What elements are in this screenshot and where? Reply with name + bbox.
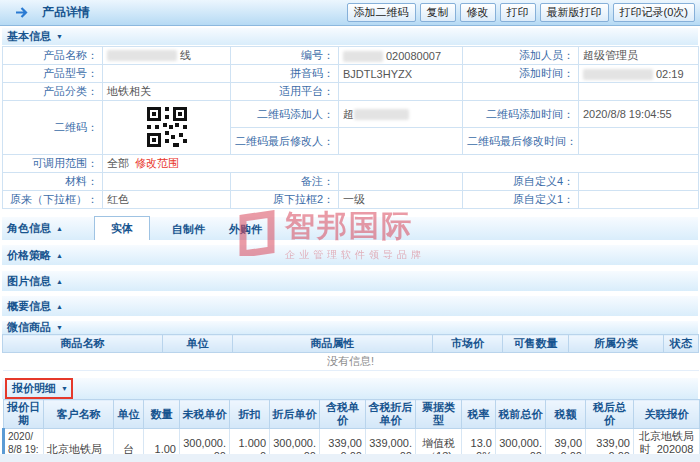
caret-up-icon: ▲ bbox=[56, 278, 63, 285]
caret-down-icon: ▼ bbox=[61, 385, 68, 392]
qrcode-cell bbox=[103, 101, 231, 155]
latest-print-button[interactable]: 最新版打印 bbox=[540, 3, 609, 22]
qr-adder-value: 超 bbox=[339, 101, 463, 128]
qr-mod-time-label: 二维码最后修改时间： bbox=[463, 128, 579, 155]
qr-adder-label: 二维码添加人： bbox=[231, 101, 339, 128]
empty-value bbox=[579, 83, 699, 101]
section-image-info[interactable]: 图片信息▲ bbox=[2, 271, 698, 291]
quote-col-tax-rate: 税率 bbox=[462, 400, 496, 429]
quote-col-qty: 数量 bbox=[144, 400, 180, 429]
section-quote-detail[interactable]: 报价明细▼ bbox=[2, 378, 698, 399]
tab-self-made[interactable]: 自制件 bbox=[160, 219, 217, 240]
tab-purchased[interactable]: 外购件 bbox=[217, 219, 274, 240]
quote-col-discounted-price: 折后单价 bbox=[270, 400, 320, 429]
forward-arrow-icon bbox=[15, 7, 30, 18]
code-label: 编号： bbox=[231, 47, 339, 65]
remark-label: 备注： bbox=[231, 173, 339, 191]
qr-modifier-value bbox=[339, 128, 463, 155]
quote-col-aftertax-total: 税后总价 bbox=[586, 400, 634, 429]
goods-col-name: 商品名称 bbox=[3, 335, 163, 353]
product-name-value: 线 bbox=[103, 47, 231, 65]
pinyin-label: 拼音码： bbox=[231, 65, 339, 83]
goods-col-category: 所属分类 bbox=[569, 335, 664, 353]
quote-col-discount: 折扣 bbox=[230, 400, 270, 429]
copy-button[interactable]: 复制 bbox=[420, 3, 456, 22]
caret-down-icon: ▼ bbox=[56, 324, 63, 331]
goods-col-attr: 商品属性 bbox=[233, 335, 433, 353]
quote-col-pretax-total: 税前总价 bbox=[496, 400, 546, 429]
code-value: 020080007 bbox=[339, 47, 463, 65]
dropdown2-value: 一级 bbox=[339, 191, 463, 209]
quote-table-header-row: 报价日期 客户名称 单位 数量 未税单价 折扣 折后单价 含税单价 含税折后单价… bbox=[4, 400, 700, 429]
custom4-label: 原自定义4： bbox=[463, 173, 579, 191]
qr-modifier-label: 二维码最后修改人： bbox=[231, 128, 339, 155]
section-quote-detail-label: 报价明细 bbox=[12, 382, 56, 394]
quote-col-pretax-price: 未税单价 bbox=[180, 400, 230, 429]
adder-value: 超级管理员 bbox=[579, 47, 699, 65]
goods-col-sellable-qty: 可售数量 bbox=[503, 335, 569, 353]
dropdown1-label: 原来（下拉框）： bbox=[3, 191, 103, 209]
dropdown1-value: 红色 bbox=[103, 191, 231, 209]
caret-down-icon: ▼ bbox=[56, 33, 63, 40]
qr-add-time-value: 2020/8/8 19:04:55 bbox=[579, 101, 699, 128]
page-title: 产品详情 bbox=[42, 4, 90, 21]
custom1-label: 原自定义1： bbox=[463, 191, 579, 209]
section-wechat-goods[interactable]: 微信商品▼ bbox=[2, 321, 698, 334]
basic-info-form: 产品名称： 线 编号： 020080007 添加人员： 超级管理员 产品型号： … bbox=[2, 46, 699, 209]
caret-up-icon: ▲ bbox=[56, 225, 63, 232]
quote-col-customer: 客户名称 bbox=[44, 400, 114, 429]
goods-empty-row: 没有信息! bbox=[3, 353, 699, 371]
qr-add-time-label: 二维码添加时间： bbox=[463, 101, 579, 128]
custom4-value bbox=[579, 173, 699, 191]
section-basic-info-label: 基本信息 bbox=[7, 30, 51, 42]
goods-col-status: 状态 bbox=[664, 335, 699, 353]
quote-col-date: 报价日期 bbox=[4, 400, 44, 429]
platform-label: 适用平台： bbox=[231, 83, 339, 101]
modify-scope-link[interactable]: 修改范围 bbox=[135, 157, 179, 169]
empty-label bbox=[463, 83, 579, 101]
section-summary-info[interactable]: 概要信息▲ bbox=[2, 296, 698, 316]
custom1-value bbox=[579, 191, 699, 209]
goods-col-unit: 单位 bbox=[163, 335, 233, 353]
dropdown2-label: 原下拉框2： bbox=[231, 191, 339, 209]
section-price-strategy-label: 价格策略 bbox=[7, 249, 51, 261]
scope-value: 全部修改范围 bbox=[103, 155, 699, 173]
platform-value bbox=[339, 83, 463, 101]
model-value bbox=[103, 65, 231, 83]
tab-entity[interactable]: 实体 bbox=[94, 216, 150, 240]
print-record-button[interactable]: 打印记录(0次) bbox=[613, 3, 695, 22]
redacted-text bbox=[583, 69, 653, 80]
goods-table-header-row: 商品名称 单位 商品属性 市场价 可售数量 所属分类 状态 bbox=[3, 335, 699, 353]
section-basic-info[interactable]: 基本信息▼ bbox=[2, 28, 698, 45]
material-value bbox=[103, 173, 231, 191]
redacted-text bbox=[107, 50, 177, 61]
qr-mod-time-value bbox=[579, 128, 699, 155]
section-image-info-label: 图片信息 bbox=[7, 275, 51, 287]
goods-col-market-price: 市场价 bbox=[433, 335, 503, 353]
remark-value bbox=[339, 173, 463, 191]
section-role-info-label: 角色信息▲ bbox=[2, 221, 94, 240]
quote-col-unit: 单位 bbox=[114, 400, 144, 429]
quote-col-taxed-discounted-price: 含税折后单价 bbox=[366, 400, 416, 429]
scope-label: 可调用范围： bbox=[3, 155, 103, 173]
category-value: 地铁相关 bbox=[103, 83, 231, 101]
section-summary-info-label: 概要信息 bbox=[7, 300, 51, 312]
redacted-text bbox=[354, 109, 409, 120]
no-data-text: 没有信息! bbox=[3, 353, 699, 371]
add-qrcode-button[interactable]: 添加二维码 bbox=[347, 3, 416, 22]
section-role-info[interactable]: 角色信息▲ 实体 自制件 外购件 bbox=[2, 217, 698, 240]
quote-col-tax-amount: 税额 bbox=[546, 400, 586, 429]
model-label: 产品型号： bbox=[3, 65, 103, 83]
print-button[interactable]: 打印 bbox=[500, 3, 536, 22]
section-wechat-goods-label: 微信商品 bbox=[7, 321, 51, 333]
bottom-strip bbox=[0, 454, 700, 462]
material-label: 材料： bbox=[3, 173, 103, 191]
quote-detail-highlight: 报价明细▼ bbox=[5, 378, 73, 399]
quote-col-invoice-type: 票据类型 bbox=[416, 400, 462, 429]
section-price-strategy[interactable]: 价格策略▲ bbox=[2, 245, 698, 265]
qrcode-label: 二维码： bbox=[3, 101, 103, 155]
product-name-label: 产品名称： bbox=[3, 47, 103, 65]
qr-code-image bbox=[145, 105, 189, 149]
modify-button[interactable]: 修改 bbox=[460, 3, 496, 22]
goods-table: 商品名称 单位 商品属性 市场价 可售数量 所属分类 状态 没有信息! bbox=[2, 334, 699, 371]
